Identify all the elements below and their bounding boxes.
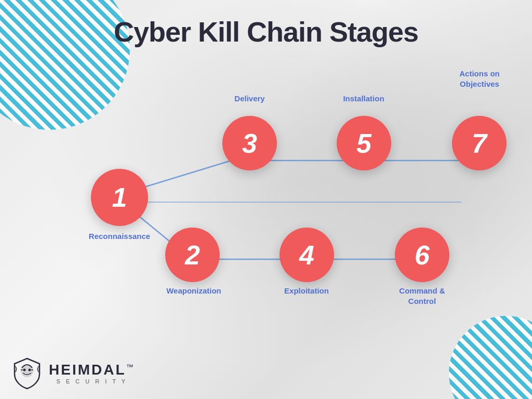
node-7: 7 (452, 116, 507, 170)
svg-point-9 (29, 369, 31, 371)
node-6-number: 6 (415, 240, 430, 271)
node-7-label: Actions onObjectives (446, 69, 513, 89)
node-5-number: 5 (356, 128, 371, 159)
logo-sub: S E C U R I T Y (49, 378, 135, 384)
logo-area: HEIMDAL™ S E C U R I T Y (10, 356, 135, 390)
logo-text-area: HEIMDAL™ S E C U R I T Y (49, 362, 135, 384)
node-7-number: 7 (472, 128, 487, 159)
logo-name-text: HEIMDAL (49, 362, 126, 378)
node-4-number: 4 (299, 240, 314, 271)
node-3-number: 3 (242, 128, 257, 159)
node-1-number: 1 (112, 182, 127, 213)
node-5-label: Installation (332, 94, 395, 104)
logo-name: HEIMDAL™ (49, 362, 135, 378)
node-6-label: Command &Control (390, 286, 455, 306)
node-2-number: 2 (185, 240, 200, 271)
node-5: 5 (337, 116, 391, 170)
node-3: 3 (222, 116, 277, 170)
logo-tm: ™ (126, 363, 135, 371)
node-2: 2 (165, 228, 220, 282)
svg-point-8 (23, 369, 26, 371)
page-title: Cyber Kill Chain Stages (0, 16, 532, 48)
diagram-area: 1 Reconnaissance 2 Weaponization 3 Deliv… (31, 62, 501, 342)
svg-line-0 (138, 161, 231, 189)
node-2-label: Weaponization (160, 286, 228, 296)
node-3-label: Delivery (222, 94, 277, 104)
node-4: 4 (280, 228, 334, 282)
heimdal-icon (10, 356, 44, 390)
node-1-label: Reconnaissance (83, 231, 156, 242)
node-1: 1 (91, 169, 148, 226)
node-4-label: Exploitation (275, 286, 338, 296)
node-6: 6 (395, 228, 449, 282)
